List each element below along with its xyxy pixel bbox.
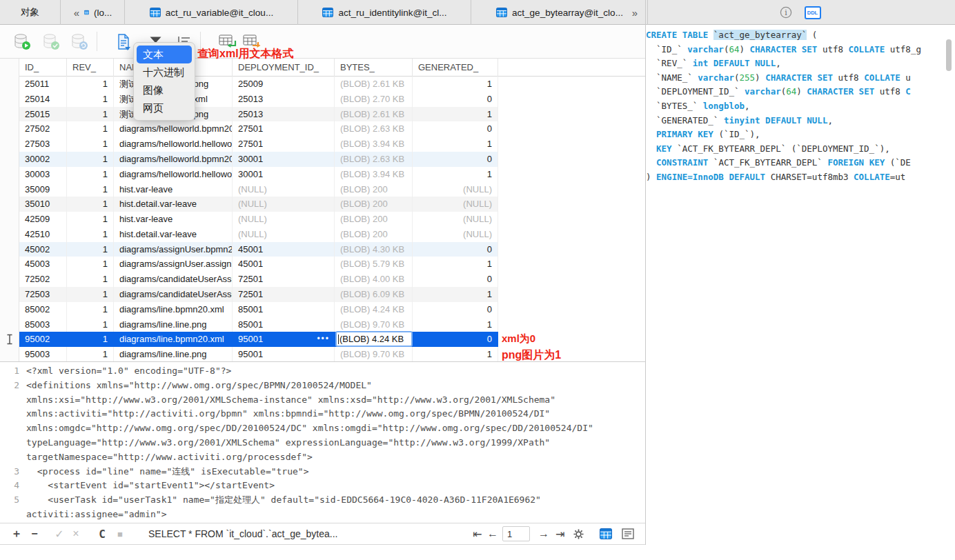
cell-id[interactable]: 25011: [19, 77, 67, 92]
cell-bytes[interactable]: (BLOB) 2.70 KB: [335, 92, 413, 107]
row-selector-cell[interactable]: [0, 77, 19, 92]
db-run-icon[interactable]: [12, 25, 32, 58]
cell-bytes[interactable]: (BLOB) 5.79 KB: [335, 257, 413, 272]
cell-deployment_id[interactable]: 25013: [233, 92, 335, 107]
table-row[interactable]: 725021diagrams/candidateUserAssign.bpmn2…: [0, 272, 645, 287]
cell-deployment_id[interactable]: 95001•••: [233, 332, 335, 347]
cell-deployment_id[interactable]: 45001: [233, 242, 335, 257]
cell-name[interactable]: diagrams/helloworld.bpmn20.xml: [114, 152, 233, 167]
cell-generated[interactable]: 1: [413, 167, 498, 182]
cell-bytes[interactable]: (BLOB) 200: [335, 212, 413, 227]
table-row[interactable]: 300031diagrams/helloworld.helloworld.png…: [0, 167, 645, 182]
cell-bytes[interactable]: (BLOB) 9.70 KB: [335, 317, 413, 332]
cell-deployment_id[interactable]: 25013: [233, 107, 335, 122]
db-rollback-icon[interactable]: [69, 25, 90, 58]
cell-deployment_id[interactable]: (NULL): [233, 197, 335, 212]
page-number-input[interactable]: [502, 526, 530, 541]
apply-changes-button[interactable]: ✓: [52, 523, 66, 544]
blob-cell-editor[interactable]: (BLOB) 4.24 KB: [335, 331, 413, 347]
cell-rev[interactable]: 1: [67, 107, 114, 122]
cell-deployment_id[interactable]: (NULL): [233, 182, 335, 197]
cell-id[interactable]: 27503: [19, 137, 67, 152]
cell-generated[interactable]: 0: [413, 332, 498, 347]
discard-changes-button[interactable]: ×: [69, 523, 83, 544]
tab-4[interactable]: act_ge_bytearray@it_clo...: [472, 0, 648, 25]
table-row[interactable]: 450021diagrams/assignUser.bpmn20.xml4500…: [0, 242, 645, 257]
row-selector-cell[interactable]: [0, 257, 19, 272]
cell-rev[interactable]: 1: [67, 197, 114, 212]
row-selector-cell[interactable]: [0, 107, 19, 122]
cell-id[interactable]: 35009: [19, 182, 67, 197]
cell-name[interactable]: hist.detail.var-leave: [114, 227, 233, 242]
cell-generated[interactable]: 1: [413, 287, 498, 302]
cell-rev[interactable]: 1: [67, 182, 114, 197]
form-view-icon[interactable]: [620, 523, 636, 544]
cell-rev[interactable]: 1: [67, 242, 114, 257]
cell-rev[interactable]: 1: [67, 152, 114, 167]
cell-bytes[interactable]: (BLOB) 9.70 KB: [335, 347, 413, 362]
cell-rev[interactable]: 1: [67, 92, 114, 107]
cell-bytes[interactable]: (BLOB) 200: [335, 227, 413, 242]
cell-rev[interactable]: 1: [67, 137, 114, 152]
cell-bytes[interactable]: (BLOB) 2.63 KB: [335, 152, 413, 167]
cell-deployment_id[interactable]: 25009: [233, 77, 335, 92]
tab-2[interactable]: act_ru_variable@it_clou...: [126, 0, 298, 25]
row-selector-cell[interactable]: [0, 137, 19, 152]
menu-item-2[interactable]: 图像: [137, 81, 192, 99]
cell-deployment_id[interactable]: (NULL): [233, 227, 335, 242]
refresh-button[interactable]: C: [95, 523, 109, 544]
cell-id[interactable]: 45003: [19, 257, 67, 272]
cell-generated[interactable]: 1: [413, 317, 498, 332]
menu-item-1[interactable]: 十六进制: [137, 63, 192, 81]
cell-generated[interactable]: 0: [413, 272, 498, 287]
cell-id[interactable]: 72503: [19, 287, 67, 302]
page-settings-gear-icon[interactable]: [571, 523, 585, 544]
cell-rev[interactable]: 1: [67, 212, 114, 227]
cell-rev[interactable]: 1: [67, 302, 114, 317]
cell-bytes[interactable]: (BLOB) 2.61 KB: [335, 77, 413, 92]
cell-rev[interactable]: 1: [67, 287, 114, 302]
more-tabs-icon[interactable]: »: [624, 0, 645, 25]
table-row[interactable]: 850031diagrams/line.line.png85001(BLOB) …: [0, 317, 645, 332]
table-row[interactable]: 350101hist.detail.var-leave(NULL)(BLOB) …: [0, 197, 645, 212]
column-header-id[interactable]: ID_: [19, 59, 67, 77]
table-row[interactable]: 275021diagrams/helloworld.bpmn20.xml2750…: [0, 121, 645, 137]
cell-deployment_id[interactable]: 30001: [233, 152, 335, 167]
cell-bytes[interactable]: (BLOB) 4.30 KB: [335, 242, 413, 257]
column-header-rev[interactable]: REV_: [67, 59, 114, 77]
cell-name[interactable]: hist.var-leave: [114, 212, 233, 227]
cell-deployment_id[interactable]: 27501: [233, 121, 335, 137]
show-hidden-tabs-icon[interactable]: «: [74, 7, 79, 19]
cell-id[interactable]: 95002: [19, 332, 67, 347]
stop-button[interactable]: ■: [113, 523, 127, 544]
table-row[interactable]: 300021diagrams/helloworld.bpmn20.xml3000…: [0, 152, 645, 167]
delete-record-button[interactable]: −: [28, 523, 41, 544]
cell-rev[interactable]: 1: [67, 272, 114, 287]
cell-bytes[interactable]: (BLOB) 6.09 KB: [335, 287, 413, 302]
cell-name[interactable]: diagrams/assignUser.bpmn20.xml: [114, 242, 233, 257]
cell-name[interactable]: diagrams/line.line.png: [114, 317, 233, 332]
row-selector-cell[interactable]: [0, 92, 19, 107]
cell-rev[interactable]: 1: [67, 167, 114, 182]
cell-name[interactable]: diagrams/line.bpmn20.xml: [114, 332, 233, 347]
db-commit-icon[interactable]: [41, 25, 61, 58]
cell-deployment_id[interactable]: 45001: [233, 257, 335, 272]
cell-bytes[interactable]: (BLOB) 2.63 KB: [335, 121, 413, 137]
cell-more-button[interactable]: •••: [317, 332, 330, 347]
cell-name[interactable]: diagrams/line.bpmn20.xml: [114, 302, 233, 317]
cell-id[interactable]: 27502: [19, 121, 67, 137]
last-page-icon[interactable]: ⇥: [553, 523, 567, 544]
table-row[interactable]: 950021diagrams/line.bpmn20.xml95001•••0: [0, 332, 645, 347]
tab-3[interactable]: act_ru_identitylink@it_cl...: [299, 0, 471, 25]
cell-id[interactable]: 45002: [19, 242, 67, 257]
row-selector-cell[interactable]: [0, 287, 19, 302]
table-row[interactable]: 850021diagrams/line.bpmn20.xml85001(BLOB…: [0, 302, 645, 317]
cell-bytes[interactable]: (BLOB) 3.94 KB: [335, 137, 413, 152]
tab-1[interactable]: «(lo...: [61, 0, 125, 25]
menu-item-0[interactable]: 文本: [137, 46, 192, 63]
tab-objects[interactable]: 对象: [0, 0, 61, 25]
row-selector-cell[interactable]: [0, 227, 19, 242]
table-row[interactable]: 425091hist.var-leave(NULL)(BLOB) 200(NUL…: [0, 212, 645, 227]
cell-generated[interactable]: (NULL): [413, 227, 498, 242]
cell-bytes[interactable]: (BLOB) 4.24 KB: [335, 302, 413, 317]
